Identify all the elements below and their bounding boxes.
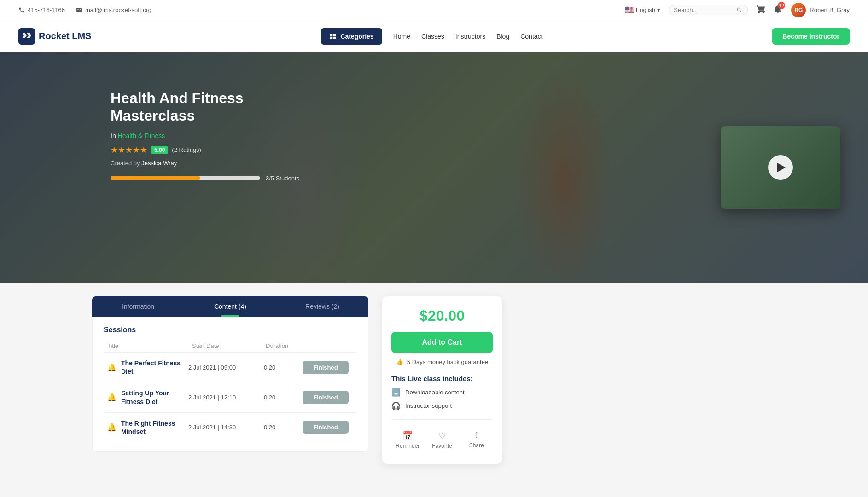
play-icon xyxy=(777,163,786,172)
share-label: Share xyxy=(469,442,484,449)
sessions-title: Sessions xyxy=(104,326,357,334)
reminder-label: Reminder xyxy=(396,443,419,449)
course-title: Health And Fitness Masterclass xyxy=(111,89,299,125)
session-status-button: Finished xyxy=(303,391,349,404)
avatar-initials: RG xyxy=(794,7,803,13)
svg-rect-0 xyxy=(18,28,35,45)
course-price: $20.00 xyxy=(391,307,493,324)
play-button[interactable] xyxy=(768,155,793,180)
logo[interactable]: Rocket LMS xyxy=(18,28,91,45)
rating-count: (2 Ratings) xyxy=(172,146,201,153)
heart-icon: ♡ xyxy=(438,431,446,441)
include-instructor-support: 🎧 Instructor support xyxy=(391,401,493,410)
table-row: 🔔 The Perfect Fitness Diet 2 Jul 2021 | … xyxy=(104,352,357,382)
session-title-cell: 🔔 The Perfect Fitness Diet xyxy=(107,359,186,376)
bell-icon: 🔔 xyxy=(107,423,117,432)
favorite-button[interactable]: ♡ Favorite xyxy=(426,427,459,453)
session-title-cell: 🔔 The Right Fitness Mindset xyxy=(107,419,186,436)
flag-icon: 🇺🇸 xyxy=(625,6,634,14)
session-duration: 0:20 xyxy=(264,394,301,401)
email-icon xyxy=(76,7,82,13)
session-name: Setting Up Your Fitness Diet xyxy=(121,389,186,405)
nav-instructors[interactable]: Instructors xyxy=(455,33,485,40)
become-instructor-button[interactable]: Become Instructor xyxy=(772,28,850,45)
nav-blog[interactable]: Blog xyxy=(496,33,509,40)
download-icon: ⬇️ xyxy=(391,388,401,397)
session-name: The Right Fitness Mindset xyxy=(121,419,186,436)
star-rating: ★★★★★ xyxy=(111,145,147,155)
hero-category: In Health & Fitness xyxy=(111,132,299,139)
col-duration: Duration xyxy=(266,342,303,349)
rating-badge: 5.00 xyxy=(151,146,168,154)
nav-contact[interactable]: Contact xyxy=(520,33,542,40)
topbar-icons: 12 xyxy=(756,4,783,16)
add-to-cart-button[interactable]: Add to Cart xyxy=(391,332,493,353)
col-title: Title xyxy=(107,342,192,349)
session-duration: 0:20 xyxy=(264,424,301,431)
right-panel: $20.00 Add to Cart 👍 5 Days money back g… xyxy=(382,296,502,464)
session-date: 2 Jul 2021 | 12:10 xyxy=(188,394,262,401)
include-downloadable: ⬇️ Downloadable content xyxy=(391,388,493,397)
tab-information[interactable]: Information xyxy=(92,296,184,317)
user-profile[interactable]: RG Robert B. Gray xyxy=(791,3,850,17)
hero-content: Health And Fitness Masterclass In Health… xyxy=(0,52,299,182)
tab-bar: Information Content (4) Reviews (2) xyxy=(92,296,368,317)
navbar: Rocket LMS Categories Home Classes Instr… xyxy=(0,20,868,52)
bell-icon: 🔔 xyxy=(107,393,117,402)
phone-contact: 415-716-1166 xyxy=(18,6,65,13)
sessions-section: Sessions Title Start Date Duration 🔔 The… xyxy=(92,317,368,452)
table-row: 🔔 The Right Fitness Mindset 2 Jul 2021 |… xyxy=(104,412,357,442)
language-label: English xyxy=(636,6,656,13)
email-contact: mail@lms.rocket-soft.org xyxy=(76,6,151,13)
money-back-guarantee: 👍 5 Days money back guarantee xyxy=(391,358,493,365)
tab-reviews[interactable]: Reviews (2) xyxy=(276,296,368,317)
main-area: Information Content (4) Reviews (2) Sess… xyxy=(0,283,868,478)
avatar: RG xyxy=(791,3,806,17)
hero-section: Health And Fitness Masterclass In Health… xyxy=(0,52,868,283)
table-header: Title Start Date Duration xyxy=(104,340,357,352)
cart-icon[interactable] xyxy=(756,4,766,16)
phone-icon xyxy=(18,7,25,13)
categories-button[interactable]: Categories xyxy=(321,28,382,45)
notification-bell[interactable]: 12 xyxy=(773,4,783,16)
course-video-preview[interactable] xyxy=(721,126,840,209)
session-date: 2 Jul 2021 | 14:30 xyxy=(188,424,262,431)
reminder-icon: 📅 xyxy=(402,431,413,441)
nav-home[interactable]: Home xyxy=(393,33,410,40)
nav-classes[interactable]: Classes xyxy=(421,33,444,40)
action-buttons: 📅 Reminder ♡ Favorite ⤴ Share xyxy=(391,419,493,453)
topbar-left: 415-716-1166 mail@lms.rocket-soft.org xyxy=(18,6,151,13)
hero-rating: ★★★★★ 5.00 (2 Ratings) xyxy=(111,145,299,155)
share-icon: ⤴ xyxy=(474,431,478,440)
instructor-link[interactable]: Jessica Wray xyxy=(141,160,177,167)
session-status-button: Finished xyxy=(303,421,349,434)
topbar: 415-716-1166 mail@lms.rocket-soft.org 🇺🇸… xyxy=(0,0,868,20)
user-name: Robert B. Gray xyxy=(810,6,850,13)
reminder-button[interactable]: 📅 Reminder xyxy=(391,427,424,453)
session-name: The Perfect Fitness Diet xyxy=(121,359,186,376)
headphone-icon: 🎧 xyxy=(391,401,401,410)
logo-text: Rocket LMS xyxy=(39,31,91,41)
session-title-cell: 🔔 Setting Up Your Fitness Diet xyxy=(107,389,186,405)
grid-icon xyxy=(329,33,337,40)
search-input[interactable] xyxy=(674,6,734,13)
progress-bar-bg xyxy=(111,176,260,180)
phone-number: 415-716-1166 xyxy=(28,6,65,13)
search-icon xyxy=(736,7,743,13)
share-button[interactable]: ⤴ Share xyxy=(460,427,493,453)
nav-center: Categories Home Classes Instructors Blog… xyxy=(321,28,542,45)
search-box[interactable] xyxy=(669,5,748,15)
enrollment-count: 3/5 Students xyxy=(266,175,299,182)
notification-badge: 12 xyxy=(778,2,785,9)
col-status xyxy=(303,342,353,349)
logo-icon xyxy=(18,28,35,45)
session-status-button: Finished xyxy=(303,361,349,374)
include-downloadable-label: Downloadable content xyxy=(405,389,465,396)
includes-title: This Live class includes: xyxy=(391,375,493,382)
bell-icon: 🔔 xyxy=(107,363,117,372)
tab-content[interactable]: Content (4) xyxy=(184,296,276,317)
category-link[interactable]: Health & Fitness xyxy=(118,132,165,139)
thumbs-up-icon: 👍 xyxy=(396,358,403,365)
left-panel: Information Content (4) Reviews (2) Sess… xyxy=(92,296,368,452)
language-selector[interactable]: 🇺🇸 English ▾ xyxy=(625,6,661,14)
